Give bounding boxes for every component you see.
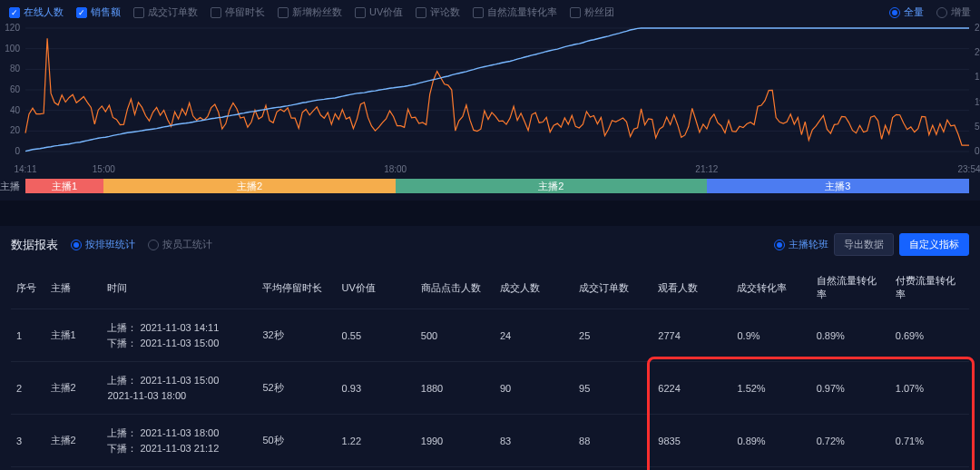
svg-text:80: 80	[10, 64, 21, 73]
table-cell: 上播： 2021-11-03 15:002021-11-03 18:00	[102, 362, 257, 415]
timeline-segments: 主播1主播2主播2主播3	[25, 179, 969, 193]
table-header[interactable]: 时间	[102, 267, 257, 309]
svg-text:2w: 2w	[975, 47, 980, 57]
x-tick: 15:00	[93, 164, 115, 174]
svg-text:1w: 1w	[975, 97, 980, 107]
table-header[interactable]: 付费流量转化率	[890, 267, 969, 309]
table-cell: 30	[495, 467, 573, 471]
table-header[interactable]: 观看人数	[652, 267, 731, 309]
line-chart: 020406080100120050001w1.5w2w2.5w	[25, 24, 969, 161]
check-icon	[211, 7, 221, 18]
table-header[interactable]: 成交转化率	[731, 267, 810, 309]
table-cell: 4301	[652, 467, 731, 471]
svg-text:120: 120	[5, 23, 20, 33]
table-cell: 1105	[416, 467, 495, 471]
table-cell: 0.93	[337, 362, 416, 415]
custom-columns-button[interactable]: 自定义指标	[899, 233, 969, 256]
table-cell: 95	[573, 362, 652, 415]
table-cell: 1990	[416, 415, 495, 467]
table-cell: 0.71%	[890, 415, 969, 467]
table-cell: 0.9%	[731, 309, 810, 362]
table-cell: 90	[495, 362, 573, 415]
metric-checkbox-natconv[interactable]: 自然流量转化率	[473, 5, 557, 19]
table-row: 2主播2上播： 2021-11-03 15:002021-11-03 18:00…	[11, 362, 969, 415]
table-cell: 32秒	[257, 309, 336, 362]
data-table-wrap: 序号主播时间平均停留时长UV价值商品点击人数成交人数成交订单数观看人数成交转化率…	[0, 267, 980, 470]
table-header-row: 序号主播时间平均停留时长UV价值商品点击人数成交人数成交订单数观看人数成交转化率…	[11, 267, 969, 309]
timeline-segment[interactable]: 主播2	[396, 179, 707, 193]
table-cell: 0.89%	[811, 309, 890, 362]
chart-area: 020406080100120050001w1.5w2w2.5w	[0, 24, 980, 164]
table-cell: 24	[495, 309, 573, 362]
table-cell: 1.07%	[890, 362, 969, 415]
x-axis-ticks: 14:1115:0018:0021:1223:54	[25, 164, 969, 177]
metric-checkbox-fansgroup[interactable]: 粉丝团	[570, 5, 614, 19]
svg-text:0: 0	[15, 146, 20, 156]
radio-icon	[936, 7, 947, 18]
table-cell: 上播： 2021-11-03 18:00下播： 2021-11-03 21:12	[102, 415, 257, 467]
radio-icon	[774, 240, 785, 250]
check-icon	[133, 7, 144, 18]
table-cell: 3	[11, 415, 45, 467]
metric-checkbox-dwell[interactable]: 停留时长	[211, 5, 265, 19]
metric-checkbox-uv[interactable]: UV价值	[355, 5, 403, 19]
table-header[interactable]: 平均停留时长	[257, 267, 336, 309]
x-tick: 14:11	[14, 164, 36, 174]
anchor-timeline: 主播 主播1主播2主播2主播3	[0, 177, 980, 201]
timeline-segment[interactable]: 主播3	[707, 179, 969, 193]
tab-by-shift[interactable]: 按排班统计	[71, 238, 135, 251]
tab-by-staff[interactable]: 按员工统计	[148, 238, 212, 251]
metric-checkbox-online[interactable]: ✓在线人数	[9, 5, 64, 19]
scope-radio-full[interactable]: 全量	[889, 5, 924, 19]
check-icon	[473, 7, 484, 18]
check-icon: ✓	[9, 7, 20, 18]
metric-checkbox-orders[interactable]: 成交订单数	[133, 5, 198, 19]
x-tick: 18:00	[384, 164, 407, 174]
table-header[interactable]: UV价值	[337, 267, 416, 309]
table-cell: 0.74%	[731, 467, 810, 471]
table-cell: 6224	[652, 362, 731, 415]
report-header: 数据报表 按排班统计 按员工统计 主播轮班 导出数据 自定义指标	[0, 226, 980, 263]
table-header[interactable]: 成交人数	[495, 267, 573, 309]
metric-checkbox-sales[interactable]: ✓销售额	[76, 5, 121, 19]
table-header[interactable]: 主播	[45, 267, 103, 309]
table-cell: 上播： 2021-11-03 14:11下播： 2021-11-03 15:00	[102, 309, 257, 362]
check-icon	[355, 7, 366, 18]
table-cell: 32	[573, 467, 652, 471]
svg-text:0: 0	[975, 146, 980, 156]
table-cell: 0.97%	[811, 362, 890, 415]
svg-text:2.5w: 2.5w	[975, 23, 980, 33]
shift-radio[interactable]: 主播轮班	[774, 238, 828, 251]
radio-icon	[889, 7, 900, 18]
metric-checkbox-newfans[interactable]: 新增粉丝数	[278, 5, 342, 19]
table-cell: 88	[573, 415, 652, 467]
report-title: 数据报表	[11, 237, 58, 253]
check-icon	[416, 7, 426, 18]
table-row: 4主播3上播： 2021-11-03 21:12下播： 2021-11-03 2…	[11, 467, 969, 471]
timeline-segment[interactable]: 主播2	[103, 179, 395, 193]
table-cell: 2	[11, 362, 45, 415]
svg-text:5000: 5000	[975, 122, 980, 132]
table-header[interactable]: 商品点击人数	[416, 267, 495, 309]
table-header[interactable]: 序号	[11, 267, 45, 309]
table-cell: 1.52%	[731, 362, 810, 415]
radio-icon	[71, 240, 82, 250]
export-button[interactable]: 导出数据	[834, 233, 894, 256]
table-cell: 主播3	[45, 467, 103, 471]
timeline-segment[interactable]: 主播1	[25, 179, 103, 193]
table-row: 3主播2上播： 2021-11-03 18:00下播： 2021-11-03 2…	[11, 415, 969, 467]
table-cell: 50秒	[257, 415, 336, 467]
table-cell: 500	[416, 309, 495, 362]
table-cell: 主播2	[45, 415, 103, 467]
table-header[interactable]: 自然流量转化率	[811, 267, 890, 309]
scope-radio-delta[interactable]: 增量	[936, 5, 971, 19]
metric-checkbox-comments[interactable]: 评论数	[416, 5, 460, 19]
svg-text:100: 100	[5, 44, 20, 54]
table-header[interactable]: 成交订单数	[573, 267, 652, 309]
metric-selector-row: ✓在线人数 ✓销售额 成交订单数 停留时长 新增粉丝数 UV价值 评论数 自然流…	[0, 0, 980, 24]
table-cell: 1.18	[337, 467, 416, 471]
check-icon	[570, 7, 581, 18]
table-cell: 主播2	[45, 362, 103, 415]
table-cell: 4	[11, 467, 45, 471]
svg-text:60: 60	[10, 84, 21, 94]
